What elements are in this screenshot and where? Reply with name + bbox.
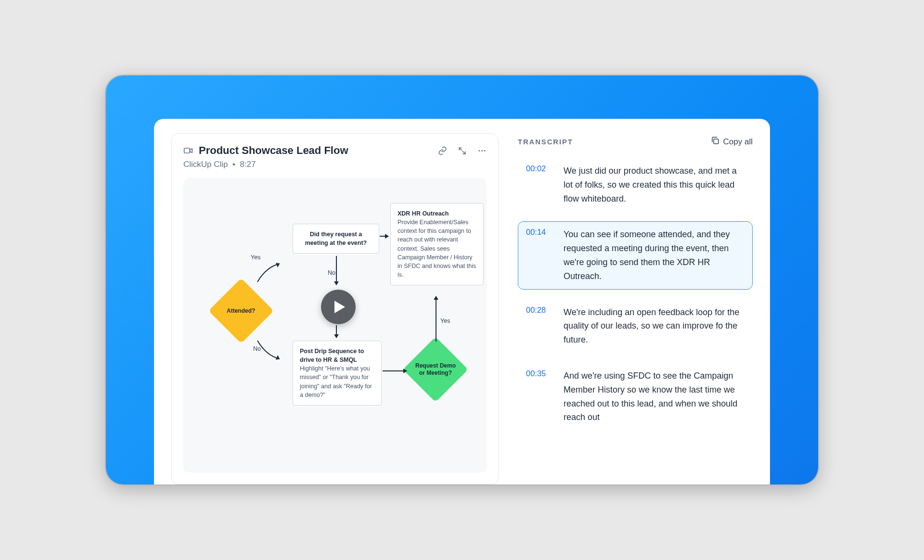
flow-node-request-demo: Request Demo or Meeting?: [403, 337, 468, 402]
transcript-list: 00:02We just did our product showcase, a…: [518, 158, 753, 431]
clip-duration: 8:27: [240, 160, 256, 169]
transcript-text: You can see if someone attended, and the…: [564, 228, 744, 283]
edge-label-no: No: [328, 269, 335, 276]
clip-subtitle: ClickUp Clip • 8:27: [183, 160, 487, 169]
fade-overlay: [518, 427, 753, 484]
edge-label-yes: Yes: [440, 318, 450, 324]
transcript-text: We're including an open feedback loop fo…: [564, 305, 744, 347]
clip-header: Product Showcase Lead Flow: [183, 144, 487, 157]
svg-point-1: [479, 150, 480, 152]
transcript-text: We just did our product showcase, and me…: [564, 164, 744, 205]
flow-node-xdr: XDR HR Outreach Provide Enablement/Sales…: [390, 203, 484, 285]
clip-source: ClickUp Clip: [183, 160, 228, 169]
flow-node-meeting-question: Did they request a meeting at the event?: [293, 224, 379, 254]
transcript-header: TRANSCRIPT Copy all: [518, 136, 753, 147]
transcript-timestamp[interactable]: 00:28: [526, 305, 553, 347]
flow-node-attended: Attended?: [208, 278, 274, 344]
whiteboard-preview[interactable]: Attended? Request Demo or Meeting? Did t…: [183, 178, 487, 472]
clip-card: Product Showcase Lead Flow ClickUp Clip …: [171, 133, 499, 484]
transcript-timestamp[interactable]: 00:02: [526, 164, 553, 205]
edge-label-yes: Yes: [251, 254, 260, 261]
transcript-text: And we're using SFDC to see the Campaign…: [564, 369, 744, 424]
more-icon[interactable]: [477, 146, 487, 155]
flow-arrow: [336, 256, 337, 285]
transcript-title: TRANSCRIPT: [518, 138, 711, 146]
flow-node-drip: Post Drip Sequence to drive to HR & SMQL…: [293, 341, 382, 406]
expand-icon[interactable]: [458, 146, 467, 155]
copy-all-button[interactable]: Copy all: [711, 136, 753, 147]
transcript-panel: TRANSCRIPT Copy all 00:02We just did our…: [518, 133, 753, 484]
flow-arrow: [436, 296, 436, 342]
flow-arrow: [380, 236, 388, 237]
transcript-row[interactable]: 00:35And we're using SFDC to see the Cam…: [518, 363, 753, 431]
svg-point-2: [481, 150, 483, 152]
transcript-timestamp[interactable]: 00:14: [526, 228, 553, 283]
svg-point-3: [484, 150, 486, 152]
transcript-row[interactable]: 00:02We just did our product showcase, a…: [518, 158, 753, 212]
transcript-row[interactable]: 00:14You can see if someone attended, an…: [518, 221, 753, 289]
svg-rect-0: [184, 148, 190, 153]
flow-arrow: [383, 370, 407, 371]
play-button[interactable]: [321, 290, 356, 324]
copy-icon: [711, 136, 719, 147]
flow-arrow: [256, 261, 278, 275]
flow-arrow: [336, 325, 337, 338]
svg-rect-7: [714, 139, 719, 144]
clip-title: Product Showcase Lead Flow: [199, 144, 432, 157]
flow-arrow: [256, 338, 278, 352]
clip-actions: [438, 146, 487, 155]
svg-marker-6: [334, 301, 345, 313]
app-window: Product Showcase Lead Flow ClickUp Clip …: [154, 119, 770, 484]
link-icon[interactable]: [438, 146, 447, 155]
device-frame: Product Showcase Lead Flow ClickUp Clip …: [106, 76, 818, 484]
copy-all-label: Copy all: [723, 137, 753, 147]
transcript-row[interactable]: 00:28We're including an open feedback lo…: [518, 299, 753, 353]
video-icon: [183, 146, 193, 155]
transcript-timestamp[interactable]: 00:35: [526, 369, 553, 424]
